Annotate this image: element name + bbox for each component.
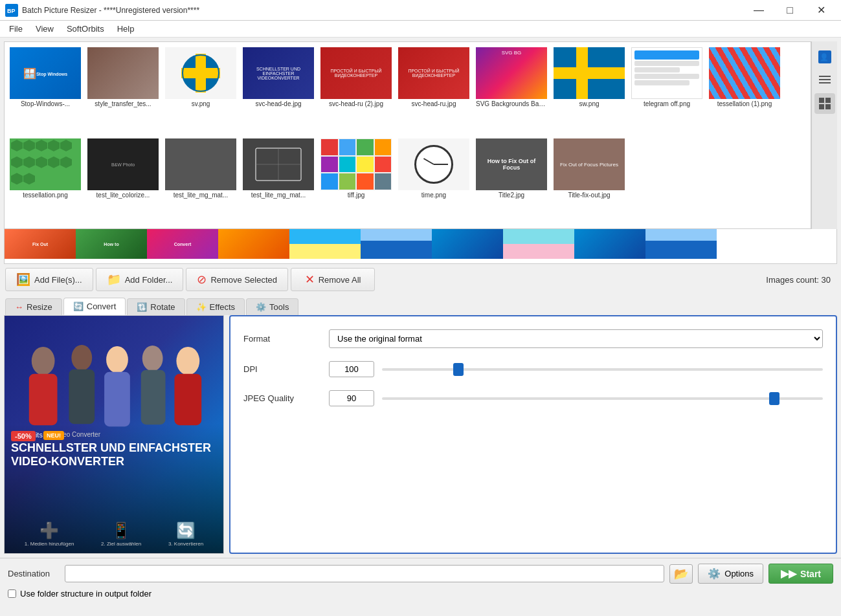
tab-tools[interactable]: ⚙️ Tools — [246, 298, 298, 315]
tab-tools-label: Tools — [269, 302, 289, 312]
rotate-icon: 🔃 — [137, 302, 147, 312]
destination-input[interactable] — [65, 565, 664, 582]
tab-convert[interactable]: 🔄 Convert — [63, 298, 126, 315]
tab-resize-label: Resize — [27, 302, 52, 312]
list-item[interactable]: tessellation (1).png — [706, 45, 783, 135]
start-button[interactable]: ▶▶ Start — [768, 564, 833, 584]
list-item[interactable]: sw.png — [551, 45, 627, 135]
list-item[interactable]: Fix Out of Focus Pictures Title-fix-out.… — [551, 136, 627, 226]
svg-rect-28 — [174, 374, 201, 426]
list-item[interactable]: SCHNELLSTER UND EINFACHSTER VIDEOKONVERT… — [240, 45, 317, 135]
list-item[interactable]: SVG BG SVG Backgrounds Background coll..… — [473, 45, 550, 135]
gear-icon: ⚙️ — [708, 567, 721, 580]
thumb-strip-item[interactable] — [432, 229, 503, 259]
add-folder-button[interactable]: 📁 Add Folder... — [96, 268, 184, 291]
list-item[interactable]: tiff.jpg — [318, 136, 394, 226]
menu-help[interactable]: Help — [111, 23, 141, 35]
thumbnail-preview: SCHNELLSTER UND EINFACHSTER VIDEOKONVERT… — [243, 47, 314, 99]
thumb-strip-item[interactable] — [645, 229, 717, 259]
list-item[interactable]: ПРОСТОЙ И БЫСТРЫЙ ВИДЕОКОНВЕРТЕР svc-hea… — [396, 45, 472, 135]
thumbnail-label: test_lite_colorize... — [96, 192, 150, 199]
list-item[interactable]: tessellation.png — [7, 136, 84, 226]
bottom-bar: Destination 📂 ⚙️ Options ▶▶ Start Use fo… — [0, 558, 841, 616]
tools-icon: ⚙️ — [256, 302, 266, 312]
tab-rotate-label: Rotate — [150, 302, 175, 312]
svg-rect-4 — [196, 54, 206, 93]
jpeg-quality-slider[interactable] — [382, 397, 823, 400]
thumb-strip-item[interactable] — [218, 229, 289, 259]
tab-effects[interactable]: ✨ Effects — [186, 298, 245, 315]
window-title: Batch Picture Resizer - ****Unregistered… — [22, 6, 744, 15]
list-item[interactable]: test_lite_mg_mat... — [163, 136, 239, 226]
add-folder-label: Add Folder... — [125, 275, 173, 285]
menu-softorbits[interactable]: SoftOrbits — [60, 23, 111, 35]
dpi-input[interactable]: 100 — [329, 361, 374, 377]
tagline-label: SCHNELLSTER UND EINFACHSTER VIDEO-KONVER… — [11, 441, 217, 469]
preview-panel: -50% NEU! SoftOrbits™ Video Converter SC… — [4, 315, 224, 554]
remove-all-button[interactable]: ✕ Remove All — [291, 268, 375, 291]
thumbnail-label: svc-head-ru (2).jpg — [329, 100, 383, 107]
folder-structure-checkbox[interactable] — [8, 589, 16, 598]
list-item[interactable]: test_lite_mg_mat... — [240, 136, 317, 226]
list-item[interactable]: ПРОСТОЙ И БЫСТРЫЙ ВИДЕОКОНВЕРТЕР svc-hea… — [318, 45, 394, 135]
sidebar-icon-person[interactable]: 👤 — [814, 47, 835, 67]
thumbnail-label: sv.png — [192, 100, 210, 107]
format-select[interactable]: Use the original format JPEG PNG BMP TIF… — [329, 329, 823, 348]
window-controls: — □ ✕ — [744, 0, 836, 21]
thumbnail-preview: Fix Out of Focus Pictures — [554, 138, 625, 190]
svg-rect-12 — [819, 76, 831, 77]
thumbnail-label: Stop-Windows-... — [21, 100, 70, 107]
list-item[interactable]: time.png — [396, 136, 472, 226]
minimize-button[interactable]: — — [744, 0, 774, 21]
remove-selected-button[interactable]: ⊘ Remove Selected — [186, 268, 288, 291]
tab-rotate[interactable]: 🔃 Rotate — [127, 298, 185, 315]
dpi-label: DPI — [243, 364, 321, 374]
effects-icon: ✨ — [196, 302, 207, 312]
thumbnail-preview — [631, 47, 702, 99]
right-sidebar: 👤 — [811, 41, 837, 229]
tab-resize[interactable]: ↔️ Resize — [5, 298, 62, 315]
sidebar-icon-grid[interactable] — [814, 93, 835, 114]
list-item[interactable]: B&W Photo test_lite_colorize... — [85, 136, 161, 226]
thumb-strip-item[interactable] — [503, 229, 574, 259]
list-item[interactable]: 🪟 Stop Windows Stop-Windows-... — [7, 45, 84, 135]
add-files-button[interactable]: 🖼️ Add File(s)... — [5, 268, 93, 291]
list-item[interactable]: How to Fix Out of Focus Title2.jpg — [473, 136, 550, 226]
thumb-strip-item[interactable] — [574, 229, 645, 259]
thumb-strip-item[interactable] — [289, 229, 361, 259]
thumbnail-preview: 🪟 Stop Windows — [10, 47, 81, 99]
dpi-row: DPI 100 — [243, 361, 823, 377]
thumbnail-label: tessellation (1).png — [717, 100, 772, 107]
sidebar-icon-list[interactable] — [814, 70, 835, 91]
thumb-strip-item[interactable]: Fix Out — [5, 229, 76, 259]
thumb-strip-item[interactable] — [361, 229, 432, 259]
svg-rect-18 — [825, 104, 831, 109]
folder-structure-row: Use folder structure in output folder — [8, 589, 833, 599]
list-item[interactable]: sv.png — [163, 45, 239, 135]
thumb-strip-item[interactable]: Convert — [147, 229, 218, 259]
list-item[interactable]: telegram off.png — [629, 45, 705, 135]
jpeg-quality-input[interactable]: 90 — [329, 390, 374, 406]
menu-file[interactable]: File — [3, 23, 29, 35]
remove-all-icon: ✕ — [305, 272, 315, 287]
close-button[interactable]: ✕ — [806, 0, 836, 21]
maximize-button[interactable]: □ — [775, 0, 805, 21]
destination-browse-button[interactable]: 📂 — [669, 564, 693, 584]
app-container: 🪟 Stop Windows Stop-Windows-... style_tr… — [0, 38, 841, 616]
svg-text:BP: BP — [7, 8, 16, 14]
thumb-strip-item[interactable]: How to — [76, 229, 147, 259]
add-files-icon: 🖼️ — [16, 272, 30, 287]
jpeg-quality-slider-container — [382, 397, 823, 400]
list-item[interactable]: style_transfer_tes... — [85, 45, 161, 135]
content-area: -50% NEU! SoftOrbits™ Video Converter SC… — [0, 315, 841, 558]
thumbnail-label: Title2.jpg — [499, 192, 524, 199]
menu-view[interactable]: View — [29, 23, 60, 35]
image-grid[interactable]: 🪟 Stop Windows Stop-Windows-... style_tr… — [5, 42, 811, 228]
thumbnail-label: test_lite_mg_mat... — [251, 192, 306, 199]
svg-rect-14 — [819, 82, 831, 83]
dpi-slider[interactable] — [382, 368, 823, 371]
options-button[interactable]: ⚙️ Options — [698, 564, 763, 584]
tab-convert-label: Convert — [87, 302, 117, 311]
svg-rect-17 — [819, 104, 824, 109]
thumbnail-preview: ПРОСТОЙ И БЫСТРЫЙ ВИДЕОКОНВЕРТЕР — [398, 47, 469, 99]
